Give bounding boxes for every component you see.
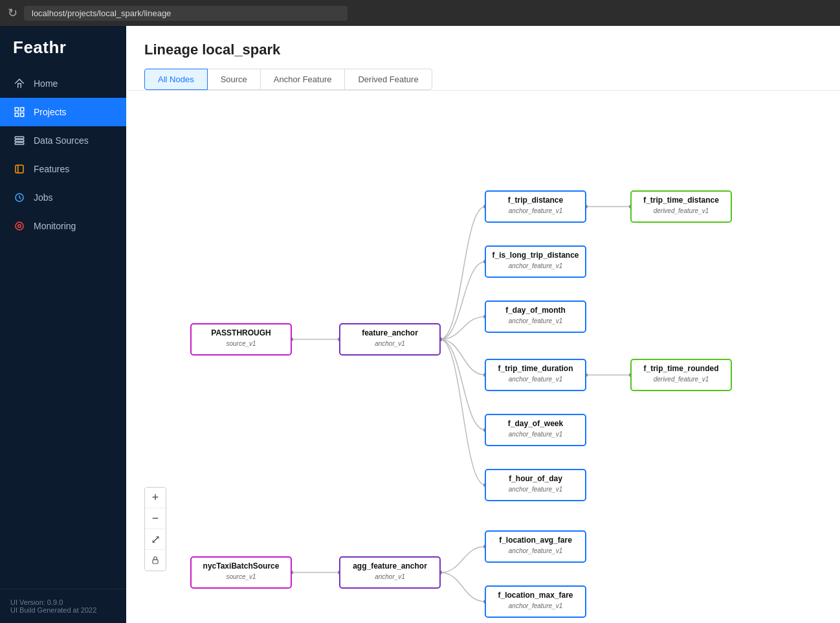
home-icon xyxy=(13,77,26,90)
features-icon xyxy=(13,163,26,176)
jobs-label: Jobs xyxy=(34,192,53,203)
svg-text:anchor_feature_v1: anchor_feature_v1 xyxy=(509,376,562,383)
zoom-fit-button[interactable]: ⤢ xyxy=(145,529,166,550)
svg-text:anchor_feature_v1: anchor_feature_v1 xyxy=(509,602,562,609)
svg-text:anchor_feature_v1: anchor_feature_v1 xyxy=(509,317,562,324)
svg-text:anchor_feature_v1: anchor_feature_v1 xyxy=(509,431,562,438)
build-text: UI Build Generated at 2022 xyxy=(10,606,116,614)
sidebar-item-home[interactable]: Home xyxy=(0,69,126,98)
svg-text:f_day_of_week: f_day_of_week xyxy=(508,419,564,428)
tab-source[interactable]: Source xyxy=(207,69,261,90)
svg-text:derived_feature_v1: derived_feature_v1 xyxy=(654,207,709,214)
tab-derived-feature[interactable]: Derived Feature xyxy=(344,69,432,90)
tab-anchor-feature[interactable]: Anchor Feature xyxy=(260,69,346,90)
projects-icon xyxy=(13,106,26,119)
zoom-controls: + − ⤢ xyxy=(144,487,166,571)
projects-label: Projects xyxy=(34,107,67,117)
app-layout: Feathr Home Projects Data Sources xyxy=(0,26,840,623)
reload-button[interactable]: ↻ xyxy=(8,6,17,20)
svg-text:anchor_feature_v1: anchor_feature_v1 xyxy=(509,547,562,554)
tab-bar: All Nodes Source Anchor Feature Derived … xyxy=(144,69,822,90)
home-label: Home xyxy=(34,78,58,89)
svg-text:anchor_feature_v1: anchor_feature_v1 xyxy=(509,207,562,214)
svg-text:anchor_feature_v1: anchor_feature_v1 xyxy=(509,486,562,493)
svg-rect-0 xyxy=(15,108,18,111)
jobs-icon xyxy=(13,191,26,204)
svg-text:f_trip_time_duration: f_trip_time_duration xyxy=(498,364,573,373)
svg-rect-4 xyxy=(15,137,24,139)
svg-text:f_location_avg_fare: f_location_avg_fare xyxy=(499,536,572,545)
svg-rect-5 xyxy=(15,140,24,142)
sidebar-item-jobs[interactable]: Jobs xyxy=(0,183,126,212)
svg-text:PASSTHROUGH: PASSTHROUGH xyxy=(211,328,271,337)
svg-text:agg_feature_anchor: agg_feature_anchor xyxy=(353,561,427,571)
svg-text:f_location_max_fare: f_location_max_fare xyxy=(498,591,573,600)
data-sources-label: Data Sources xyxy=(34,135,89,146)
tab-all-nodes[interactable]: All Nodes xyxy=(144,69,208,90)
zoom-lock-button[interactable] xyxy=(145,550,166,571)
sidebar-nav: Home Projects Data Sources Features xyxy=(0,69,126,589)
lineage-svg: PASSTHROUGHsource_v1nycTaxiBatchSourceso… xyxy=(126,91,840,623)
svg-text:f_trip_time_distance: f_trip_time_distance xyxy=(643,196,719,205)
sidebar-item-monitoring[interactable]: Monitoring xyxy=(0,212,126,240)
browser-bar: ↻ localhost/projects/local_spark/lineage xyxy=(0,0,840,26)
svg-rect-7 xyxy=(16,165,23,173)
sidebar-footer: UI Version: 0.9.0 UI Build Generated at … xyxy=(0,589,126,623)
version-text: UI Version: 0.9.0 xyxy=(10,598,116,606)
svg-rect-6 xyxy=(15,142,24,144)
svg-text:f_trip_time_rounded: f_trip_time_rounded xyxy=(643,364,718,373)
svg-point-10 xyxy=(16,222,23,230)
sidebar-item-projects[interactable]: Projects xyxy=(0,98,126,126)
data-sources-icon xyxy=(13,134,26,147)
app-logo: Feathr xyxy=(0,26,126,69)
zoom-in-button[interactable]: + xyxy=(145,488,166,508)
svg-text:source_v1: source_v1 xyxy=(226,573,256,580)
svg-rect-1 xyxy=(21,108,24,111)
svg-point-11 xyxy=(18,225,21,228)
svg-text:source_v1: source_v1 xyxy=(226,340,256,347)
sidebar-item-features[interactable]: Features xyxy=(0,155,126,183)
svg-text:nycTaxiBatchSource: nycTaxiBatchSource xyxy=(203,561,280,571)
svg-text:f_hour_of_day: f_hour_of_day xyxy=(509,474,562,483)
page-title: Lineage local_spark xyxy=(144,41,822,58)
svg-text:f_is_long_trip_distance: f_is_long_trip_distance xyxy=(492,251,579,260)
svg-rect-78 xyxy=(153,560,158,563)
zoom-out-button[interactable]: − xyxy=(145,508,166,529)
svg-text:derived_feature_v1: derived_feature_v1 xyxy=(654,376,709,383)
svg-text:anchor_feature_v1: anchor_feature_v1 xyxy=(509,262,562,269)
sidebar-item-data-sources[interactable]: Data Sources xyxy=(0,126,126,155)
monitoring-label: Monitoring xyxy=(34,221,76,231)
graph-area: PASSTHROUGHsource_v1nycTaxiBatchSourceso… xyxy=(126,91,840,623)
svg-rect-3 xyxy=(21,113,24,117)
svg-text:f_trip_distance: f_trip_distance xyxy=(508,196,564,205)
svg-text:anchor_v1: anchor_v1 xyxy=(375,573,405,580)
monitoring-icon xyxy=(13,220,26,232)
page-header: Lineage local_spark All Nodes Source Anc… xyxy=(126,26,840,91)
svg-rect-2 xyxy=(15,113,18,117)
main-content: Lineage local_spark All Nodes Source Anc… xyxy=(126,26,840,623)
url-bar[interactable]: localhost/projects/local_spark/lineage xyxy=(24,6,348,21)
svg-text:feature_anchor: feature_anchor xyxy=(362,328,418,337)
svg-text:anchor_v1: anchor_v1 xyxy=(375,340,405,347)
features-label: Features xyxy=(34,164,69,174)
svg-text:f_day_of_month: f_day_of_month xyxy=(505,306,566,315)
sidebar: Feathr Home Projects Data Sources xyxy=(0,26,126,623)
